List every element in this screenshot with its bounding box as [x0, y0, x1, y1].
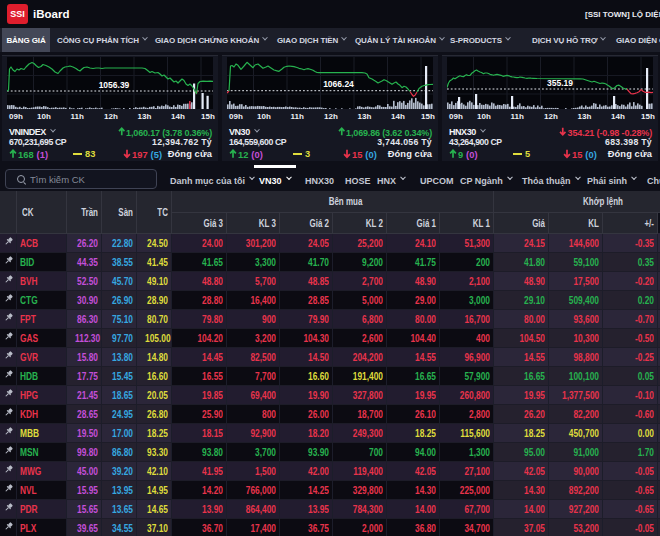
svg-text:355.19: 355.19	[547, 78, 573, 88]
svg-text:1056.39: 1056.39	[99, 80, 130, 90]
svg-text:1066.24: 1066.24	[323, 79, 354, 89]
